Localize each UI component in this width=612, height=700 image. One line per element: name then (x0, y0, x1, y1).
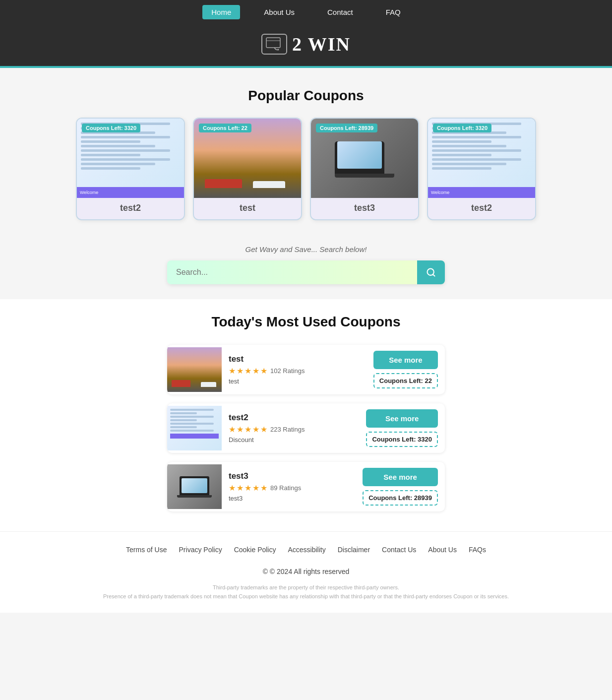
footer-link-about[interactable]: About Us (428, 546, 457, 554)
row-image-2 (167, 464, 222, 509)
footer-link-accessibility[interactable]: Accessibility (288, 546, 325, 554)
star-5: ★ (260, 425, 267, 434)
row-stars-0: ★ ★ ★ ★ ★ 102 Ratings (229, 366, 360, 376)
star-3: ★ (245, 425, 251, 434)
coupons-left-badge-2: Coupons Left: 28939 (363, 490, 438, 506)
star-4: ★ (252, 425, 259, 434)
search-icon (426, 267, 436, 277)
star-4: ★ (252, 366, 259, 376)
table-row: test3 ★ ★ ★ ★ ★ 89 Ratings test3 See mor… (167, 462, 445, 511)
row-ratings-1: 223 Ratings (270, 426, 305, 433)
popular-coupon-card-1[interactable]: Coupons Left: 22 test (193, 118, 302, 220)
star-3: ★ (245, 366, 251, 376)
row-image-1 (167, 406, 222, 450)
search-input[interactable] (167, 260, 417, 284)
footer-links: Terms of Use Privacy Policy Cookie Polic… (0, 532, 612, 563)
see-more-button-1[interactable]: See more (366, 409, 438, 428)
star-5: ★ (260, 483, 267, 493)
today-section: Today's Most Used Coupons test ★ ★ ★ ★ ★… (0, 299, 612, 531)
popular-coupons-section: Popular Coupons Coupons Left: 3320 Welco… (0, 88, 612, 220)
svg-rect-0 (266, 38, 280, 48)
table-row: test ★ ★ ★ ★ ★ 102 Ratings test See more… (167, 345, 445, 394)
popular-coupon-card-3[interactable]: Coupons Left: 3320 Welcome test2 (427, 118, 536, 220)
today-section-title: Today's Most Used Coupons (10, 314, 602, 330)
footer-disclaimer-1: Third-party trademarks are the property … (15, 583, 597, 592)
coupon-label-1: test (194, 198, 301, 219)
logo-area: 2 WIN (0, 24, 612, 68)
row-desc-1: Discount (229, 436, 352, 444)
logo: 2 WIN (261, 33, 351, 55)
row-info-0: test ★ ★ ★ ★ ★ 102 Ratings test (222, 349, 367, 390)
star-1: ★ (229, 425, 236, 434)
logo-icon (261, 34, 287, 55)
main-content: Popular Coupons Coupons Left: 3320 Welco… (0, 68, 612, 531)
star-4: ★ (252, 483, 259, 493)
see-more-button-0[interactable]: See more (373, 351, 438, 369)
footer-link-cookie[interactable]: Cookie Policy (234, 546, 276, 554)
coupon-badge-3: Coupons Left: 3320 (433, 124, 491, 132)
row-ratings-0: 102 Ratings (270, 367, 305, 375)
footer-link-privacy[interactable]: Privacy Policy (179, 546, 222, 554)
coupons-left-badge-0: Coupons Left: 22 (373, 373, 438, 388)
footer-disclaimer-2: Presence of a third-party trademark does… (15, 592, 597, 601)
star-2: ★ (237, 366, 244, 376)
coupon-badge-0: Coupons Left: 3320 (82, 124, 140, 132)
row-title-0: test (229, 354, 360, 364)
search-section: Get Wavy and Save... Search below! (0, 240, 612, 299)
popular-coupons-title: Popular Coupons (0, 88, 612, 104)
star-3: ★ (245, 483, 251, 493)
svg-point-2 (277, 49, 279, 51)
row-image-0 (167, 347, 222, 392)
search-button[interactable] (417, 260, 445, 284)
row-desc-0: test (229, 378, 360, 385)
coupon-list: test ★ ★ ★ ★ ★ 102 Ratings test See more… (167, 345, 445, 511)
star-5: ★ (260, 366, 267, 376)
nav-item-faq[interactable]: FAQ (377, 5, 410, 19)
row-actions-0: See more Coupons Left: 22 (367, 345, 445, 394)
nav-item-contact[interactable]: Contact (318, 5, 362, 19)
row-info-1: test2 ★ ★ ★ ★ ★ 223 Ratings Discount (222, 408, 359, 448)
coupon-label-0: test2 (77, 198, 184, 219)
row-ratings-2: 89 Ratings (270, 484, 301, 492)
footer-disclaimer: Third-party trademarks are the property … (0, 580, 612, 613)
row-stars-1: ★ ★ ★ ★ ★ 223 Ratings (229, 425, 352, 434)
search-tagline: Get Wavy and Save... Search below! (10, 245, 602, 254)
footer-link-disclaimer[interactable]: Disclaimer (338, 546, 370, 554)
footer-link-contact[interactable]: Contact Us (382, 546, 416, 554)
coupon-badge-2: Coupons Left: 28939 (316, 124, 377, 132)
search-bar (167, 260, 445, 284)
row-actions-2: See more Coupons Left: 28939 (356, 462, 445, 511)
row-title-2: test3 (229, 471, 349, 481)
coupon-label-2: test3 (311, 198, 418, 219)
see-more-button-2[interactable]: See more (363, 468, 438, 486)
row-stars-2: ★ ★ ★ ★ ★ 89 Ratings (229, 483, 349, 493)
coupon-badge-1: Coupons Left: 22 (199, 124, 251, 132)
row-title-1: test2 (229, 413, 352, 423)
popular-coupon-card-2[interactable]: Coupons Left: 28939 test3 (310, 118, 419, 220)
popular-coupon-card-0[interactable]: Coupons Left: 3320 Welcome test2 (76, 118, 185, 220)
logo-svg (265, 37, 283, 52)
coupons-left-badge-1: Coupons Left: 3320 (366, 432, 438, 447)
nav-item-home[interactable]: Home (202, 5, 240, 19)
nav-item-about[interactable]: About Us (255, 5, 304, 19)
row-desc-2: test3 (229, 495, 349, 502)
table-row: test2 ★ ★ ★ ★ ★ 223 Ratings Discount See… (167, 403, 445, 453)
star-2: ★ (237, 425, 244, 434)
footer-link-terms[interactable]: Terms of Use (126, 546, 167, 554)
footer: Terms of Use Privacy Policy Cookie Polic… (0, 531, 612, 613)
row-actions-1: See more Coupons Left: 3320 (359, 403, 445, 453)
logo-text: 2 WIN (292, 33, 351, 55)
star-2: ★ (237, 483, 244, 493)
navigation: Home About Us Contact FAQ (0, 0, 612, 24)
coupon-label-3: test2 (428, 198, 535, 219)
popular-coupons-grid: Coupons Left: 3320 Welcome test2 C (0, 118, 612, 220)
star-1: ★ (229, 483, 236, 493)
footer-copyright: © © 2024 All rights reserved (0, 563, 612, 580)
footer-link-faqs[interactable]: FAQs (469, 546, 486, 554)
row-info-2: test3 ★ ★ ★ ★ ★ 89 Ratings test3 (222, 466, 356, 507)
star-1: ★ (229, 366, 236, 376)
